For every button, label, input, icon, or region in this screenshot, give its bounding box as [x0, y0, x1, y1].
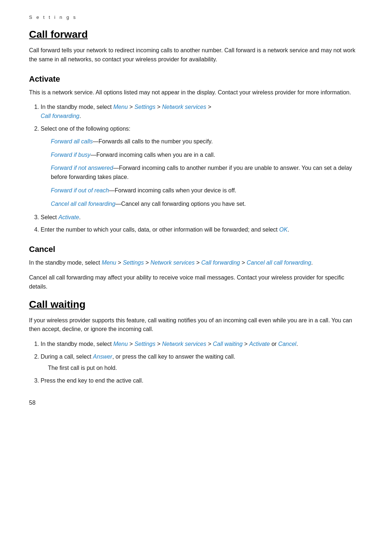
cancel-line1: In the standby mode, select Menu > Setti… [29, 258, 363, 268]
step4-link: OK [279, 226, 287, 233]
step4-period: . [287, 226, 289, 233]
step3-period: . [79, 214, 81, 220]
waiting-step1-or: or [270, 341, 278, 347]
waiting-step2: During a call, select Answer, or press t… [41, 352, 363, 373]
option4: Forward if out of reach—Forward incoming… [51, 186, 363, 195]
waiting-step3-text: Press the end key to end the active call… [41, 377, 143, 384]
cancel-network-link: Network services [150, 260, 195, 266]
waiting-step1-activate: Activate [249, 341, 270, 347]
step1-sep2: > [155, 104, 162, 110]
waiting-step2-text: , or press the call key to answer the wa… [112, 354, 235, 360]
option1: Forward all calls—Forwards all calls to … [51, 137, 363, 146]
waiting-step1-prefix: In the standby mode, select [41, 341, 113, 347]
option5: Cancel all call forwarding—Cancel any ca… [51, 200, 363, 209]
option3-link: Forward if not answered [51, 165, 113, 171]
cancel-sep4: > [240, 260, 246, 266]
waiting-step3: Press the end key to end the active call… [41, 376, 363, 385]
cancel-line2: Cancel all call forwarding may affect yo… [29, 273, 363, 291]
option5-text: —Cancel any call forwarding options you … [115, 201, 246, 207]
step1-prefix: In the standby mode, select [41, 104, 113, 110]
activate-step3: Select Activate. [41, 213, 363, 222]
call-forward-section: Call forward Call forward tells your net… [29, 29, 363, 291]
step1-menu-link: Menu [113, 104, 128, 110]
cancel-sep2: > [144, 260, 150, 266]
activate-step4: Enter the number to which your calls, da… [41, 225, 363, 234]
call-forward-title: Call forward [29, 29, 363, 40]
cancel-sep1: > [116, 260, 123, 266]
waiting-step2-sub: The first call is put on hold. [48, 364, 363, 373]
option1-text: —Forwards all calls to the number you sp… [93, 138, 213, 144]
step1-settings-link: Settings [134, 104, 155, 110]
cancel-settings-link: Settings [123, 260, 144, 266]
step1-sep1: > [128, 104, 134, 110]
step2-text: Select one of the following options: [41, 126, 130, 132]
option3: Forward if not answered—Forward incoming… [51, 164, 363, 182]
call-waiting-section: Call waiting If your wireless provider s… [29, 299, 363, 385]
waiting-step1-menu: Menu [113, 341, 128, 347]
step3-prefix: Select [41, 214, 58, 220]
settings-label: S e t t i n g s [29, 15, 363, 20]
step4-text: Enter the number to which your calls, da… [41, 226, 279, 233]
cancel-menu-link: Menu [102, 260, 116, 266]
cancel-sep3: > [195, 260, 201, 266]
waiting-step2-prefix: During a call, select [41, 354, 93, 360]
waiting-step1-network: Network services [162, 341, 206, 347]
waiting-step1-sep2: > [155, 341, 162, 347]
step1-sep3: > [206, 104, 211, 110]
cancel-prefix: In the standby mode, select [29, 260, 102, 266]
option1-link: Forward all calls [51, 138, 93, 144]
page-number: 58 [29, 400, 363, 406]
activate-description: This is a network service. All options l… [29, 88, 363, 97]
option2: Forward if busy—Forward incoming calls w… [51, 151, 363, 160]
waiting-step1-callwaiting: Call waiting [213, 341, 242, 347]
activate-step1: In the standby mode, select Menu > Setti… [41, 103, 363, 121]
option4-link: Forward if out of reach [51, 187, 109, 193]
cancel-callforwarding-link: Call forwarding [201, 260, 240, 266]
cancel-title: Cancel [29, 245, 363, 254]
waiting-step1: In the standby mode, select Menu > Setti… [41, 340, 363, 349]
step1-period: . [79, 113, 81, 119]
step3-link: Activate [58, 214, 79, 220]
cancel-period: . [311, 260, 313, 266]
step1-callforward-link: Call forwarding [41, 113, 79, 119]
cancel-cancelall-link: Cancel all call forwarding [246, 260, 311, 266]
waiting-step1-settings: Settings [134, 341, 155, 347]
option2-text: —Forward incoming calls when you are in … [90, 152, 215, 158]
option4-text: —Forward incoming calls when your device… [109, 187, 236, 193]
waiting-step1-cancel: Cancel [278, 341, 297, 347]
call-forward-intro: Call forward tells your network to redir… [29, 46, 363, 64]
waiting-step1-sep4: > [242, 341, 249, 347]
waiting-step1-sep3: > [206, 341, 213, 347]
waiting-step1-period: . [296, 341, 298, 347]
activate-step2: Select one of the following options: [41, 124, 363, 134]
step1-network-link: Network services [162, 104, 206, 110]
call-waiting-title: Call waiting [29, 299, 363, 310]
option2-link: Forward if busy [51, 152, 90, 158]
activate-title: Activate [29, 74, 363, 84]
call-waiting-intro: If your wireless provider supports this … [29, 316, 363, 334]
waiting-step1-sep1: > [128, 341, 134, 347]
option5-link: Cancel all call forwarding [51, 201, 115, 207]
waiting-step2-answer: Answer [93, 354, 112, 360]
